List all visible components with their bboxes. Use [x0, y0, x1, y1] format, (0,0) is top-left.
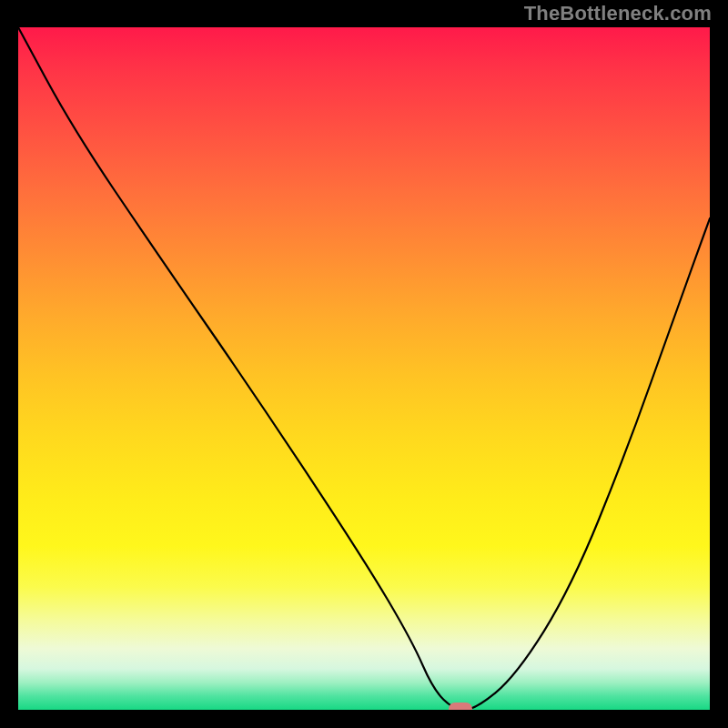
bottleneck-curve [18, 27, 710, 710]
optimal-marker [449, 703, 472, 710]
plot-area [18, 27, 710, 710]
watermark-text: TheBottleneck.com [524, 2, 712, 25]
curve-path [18, 27, 710, 710]
chart-container: TheBottleneck.com [0, 0, 728, 728]
